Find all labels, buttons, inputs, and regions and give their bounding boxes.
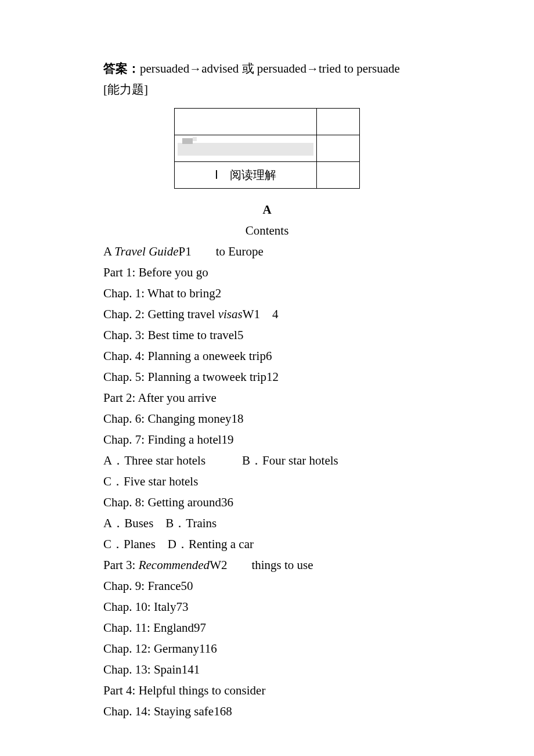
content-line: Chap. 13: Spain141 (103, 659, 431, 680)
content-line: Chap. 9: France50 (103, 575, 431, 596)
table-cell-empty-4 (317, 162, 360, 189)
answer-text: persuaded→advised 或 persuaded→tried to p… (140, 62, 400, 75)
content-line-1: A Travel GuideP1 to Europe (103, 241, 431, 262)
content-line: Chap. 14: Staying safe168 (103, 701, 431, 722)
italic-segment: visas (218, 307, 243, 321)
table: Ⅰ 阅读理解 (174, 108, 360, 189)
text-segment: W1 4 (243, 307, 279, 321)
content-line: A．Three star hotels B．Four star hotels (103, 450, 431, 471)
content-line: Chap. 6: Changing money18 (103, 408, 431, 429)
text-segment: Part 3: (103, 558, 139, 572)
text-segment: A (103, 244, 114, 258)
content-line-16: Part 3: RecommendedW2 things to use (103, 555, 431, 575)
text-segment: W2 things to use (210, 558, 313, 572)
heading-a: A (103, 199, 431, 220)
content-line: Part 2: After you arrive (103, 387, 431, 408)
table-cell-stripe (175, 135, 317, 162)
content-line: Chap. 11: England97 (103, 617, 431, 638)
table-cell-reading: Ⅰ 阅读理解 (175, 162, 317, 189)
content-line: Chap. 7: Finding a hotel19 (103, 429, 431, 450)
content-line: Part 1: Before you go (103, 262, 431, 283)
answer-line: 答案：persuaded→advised 或 persuaded→tried t… (103, 58, 431, 79)
section-table: Ⅰ 阅读理解 (174, 108, 360, 189)
content-line: C．Planes D．Renting a car (103, 534, 431, 555)
text-segment: Chap. 2: Getting travel (103, 307, 218, 321)
italic-segment: Recommended (139, 558, 210, 572)
answer-label: 答案： (103, 62, 140, 75)
stripe-graphic (178, 143, 313, 156)
content-line: Chap. 8: Getting around36 (103, 492, 431, 513)
text-segment: P1 to Europe (179, 244, 264, 258)
content-line: Chap. 1: What to bring2 (103, 283, 431, 304)
content-line: Chap. 12: Germany116 (103, 638, 431, 659)
table-cell-empty-3 (317, 135, 360, 162)
table-cell-empty-1 (175, 109, 317, 135)
content-line: Part 4: Helpful things to consider (103, 680, 431, 701)
document-page: 答案：persuaded→advised 或 persuaded→tried t… (0, 0, 534, 756)
content-line: C．Five star hotels (103, 471, 431, 492)
content-line: Chap. 3: Best time to travel5 (103, 325, 431, 345)
content-line: Chap. 5: Planning a two­week trip12 (103, 366, 431, 387)
table-cell-empty-2 (317, 109, 360, 135)
ability-label: [能力题] (103, 79, 431, 100)
italic-segment: Travel Guide (114, 244, 178, 258)
content-line: Chap. 4: Planning a one­week trip6 (103, 345, 431, 366)
content-line: Chap. 10: Italy73 (103, 596, 431, 617)
heading-contents: Contents (103, 220, 431, 241)
content-line: A．Buses B．Trains (103, 513, 431, 534)
content-line-4: Chap. 2: Getting travel visasW1 4 (103, 304, 431, 325)
